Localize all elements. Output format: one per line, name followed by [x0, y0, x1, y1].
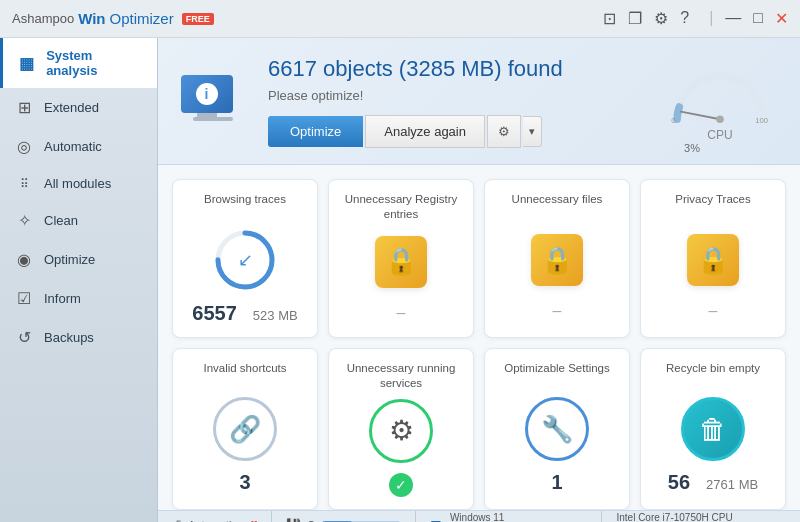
link-icon: 🔗 — [229, 414, 261, 445]
sidebar-label-extended: Extended — [44, 100, 99, 115]
progress-svg: ↖ — [213, 228, 277, 292]
sidebar-item-automatic[interactable]: ◎ Automatic — [0, 127, 157, 166]
lock-icon-wrap-registry: 🔒 — [375, 236, 427, 288]
circle-progress-browsing: ↖ — [213, 228, 277, 292]
monitor-icon[interactable]: ⊡ — [603, 9, 616, 28]
lock-icon-wrap-privacy: 🔒 — [687, 234, 739, 286]
card-visual-browsing: ↖ — [213, 228, 277, 292]
sidebar-label-inform: Inform — [44, 291, 81, 306]
sidebar-item-clean[interactable]: ✧ Clean — [0, 201, 157, 240]
computer-icon-wrap: i — [178, 72, 248, 132]
card-footer-shortcuts: 3 — [239, 471, 250, 494]
card-invalid-shortcuts: Invalid shortcuts 🔗 3 — [172, 348, 318, 510]
settings-button[interactable]: ⚙ — [487, 115, 521, 148]
info-circle: i — [196, 83, 218, 105]
optimize-button[interactable]: Optimize — [268, 116, 363, 147]
clean-icon: ✧ — [14, 211, 34, 230]
card-visual-privacy: 🔒 — [681, 228, 745, 292]
window-controls: ⊡ ❐ ⚙ ? | — □ ✕ — [603, 9, 788, 28]
svg-text:↖: ↖ — [235, 253, 255, 268]
card-running-services: Unnecessary running services ⚙ ✓ — [328, 348, 474, 510]
cpu-label: CPU — [707, 128, 732, 142]
recycle-count: 56 — [668, 471, 690, 494]
gauge-svg: 0 100 — [665, 62, 775, 124]
hdd-icon: 💾 — [286, 518, 301, 522]
gauge-percent-label: 3% — [684, 142, 700, 154]
automatic-icon: ◎ — [14, 137, 34, 156]
card-title-recycle: Recycle bin empty — [666, 361, 760, 389]
close-button[interactable]: ✕ — [775, 9, 788, 28]
services-circle: ⚙ — [369, 399, 433, 463]
registry-dash: – — [397, 304, 406, 322]
link-circle: 🔗 — [213, 397, 277, 461]
svg-text:0: 0 — [671, 116, 675, 124]
content-area: i 6617 objects (3285 MB) found Please op… — [158, 38, 800, 522]
system-analysis-icon: ▦ — [17, 54, 36, 73]
card-title-shortcuts: Invalid shortcuts — [203, 361, 286, 389]
recycle-bin-icon: 🗑 — [699, 413, 727, 446]
sidebar-item-extended[interactable]: ⊞ Extended — [0, 88, 157, 127]
help-icon[interactable]: ? — [680, 9, 689, 28]
main-layout: ▦ System analysis ⊞ Extended ◎ Automatic… — [0, 38, 800, 522]
sidebar-item-all-modules[interactable]: ⠿ All modules — [0, 166, 157, 201]
card-visual-services: ⚙ — [369, 399, 433, 463]
card-title-browsing: Browsing traces — [204, 192, 286, 220]
analyze-button[interactable]: Analyze again — [365, 115, 485, 148]
dropdown-button[interactable]: ▾ — [523, 116, 542, 147]
cpu-gauge: 0 100 3% CPU — [660, 62, 780, 142]
scan-subtitle: Please optimize! — [268, 88, 640, 103]
backups-icon: ↺ — [14, 328, 34, 347]
sidebar-item-optimize[interactable]: ◉ Optimize — [0, 240, 157, 279]
sidebar-item-system-analysis[interactable]: ▦ System analysis — [0, 38, 157, 88]
recycle-circle: 🗑 — [681, 397, 745, 461]
card-footer-registry: – — [397, 304, 406, 322]
card-footer-settings: 1 — [551, 471, 562, 494]
card-unnecessary-files: Unnecessary files 🔒 – — [484, 179, 630, 338]
settings-icon[interactable]: ⚙ — [654, 9, 668, 28]
lock-icon-files: 🔒 — [541, 245, 573, 276]
scan-info: 6617 objects (3285 MB) found Please opti… — [268, 56, 640, 148]
card-title-settings: Optimizable Settings — [504, 361, 609, 389]
card-visual-shortcuts: 🔗 — [213, 397, 277, 461]
windows-logo-icon: ⊞ — [430, 517, 442, 522]
card-footer-files: – — [553, 302, 562, 320]
card-title-files: Unnecessary files — [512, 192, 603, 220]
card-title-registry: Unnecessary Registry entries — [339, 192, 463, 222]
lock-icon-registry: 🔒 — [385, 246, 417, 277]
card-visual-recycle: 🗑 — [681, 397, 745, 461]
settings-wrench-icon: 🔧 — [541, 414, 573, 445]
card-recycle-bin: Recycle bin empty 🗑 56 2761 MB — [640, 348, 786, 510]
svg-text:100: 100 — [755, 116, 768, 124]
minimize-button[interactable]: — — [725, 9, 741, 28]
browsing-size: 523 MB — [253, 308, 298, 325]
card-visual-settings: 🔧 — [525, 397, 589, 461]
logo-optimizer: Optimizer — [110, 10, 174, 27]
card-footer-browsing: 6557 523 MB — [192, 302, 297, 325]
svg-line-0 — [681, 112, 720, 120]
sidebar-item-inform[interactable]: ☑ Inform — [0, 279, 157, 318]
card-title-services: Unnecessary running services — [339, 361, 463, 391]
automatic-refresh-icon: ↺ — [170, 517, 182, 522]
sidebar-item-backups[interactable]: ↺ Backups — [0, 318, 157, 357]
all-modules-icon: ⠿ — [14, 177, 34, 191]
os-info: Windows 11 16 GB RAM — [450, 511, 504, 522]
computer-icon: i — [181, 75, 246, 130]
status-os: ⊞ Windows 11 16 GB RAM — [416, 511, 603, 522]
cards-grid: Browsing traces ↖ 6557 523 MB — [158, 165, 800, 510]
restore-icon[interactable]: ❐ — [628, 9, 642, 28]
sidebar-label-backups: Backups — [44, 330, 94, 345]
logo-ashampoo: Ashampoo — [12, 11, 74, 26]
browsing-count: 6557 — [192, 302, 237, 325]
optimize-icon: ◉ — [14, 250, 34, 269]
card-footer-services: ✓ — [389, 473, 413, 497]
services-gear-icon: ⚙ — [389, 414, 414, 447]
files-dash: – — [553, 302, 562, 320]
maximize-button[interactable]: □ — [753, 9, 763, 28]
status-bar: ↺ Automatic off 💾 C ⊞ Windows 11 16 GB R… — [158, 510, 800, 522]
check-badge: ✓ — [389, 473, 413, 497]
card-optimizable-settings: Optimizable Settings 🔧 1 — [484, 348, 630, 510]
app-logo: Ashampoo Win Optimizer FREE — [12, 10, 603, 27]
lock-icon-wrap-files: 🔒 — [531, 234, 583, 286]
scan-result-panel: i 6617 objects (3285 MB) found Please op… — [158, 38, 800, 165]
scan-title: 6617 objects (3285 MB) found — [268, 56, 640, 82]
